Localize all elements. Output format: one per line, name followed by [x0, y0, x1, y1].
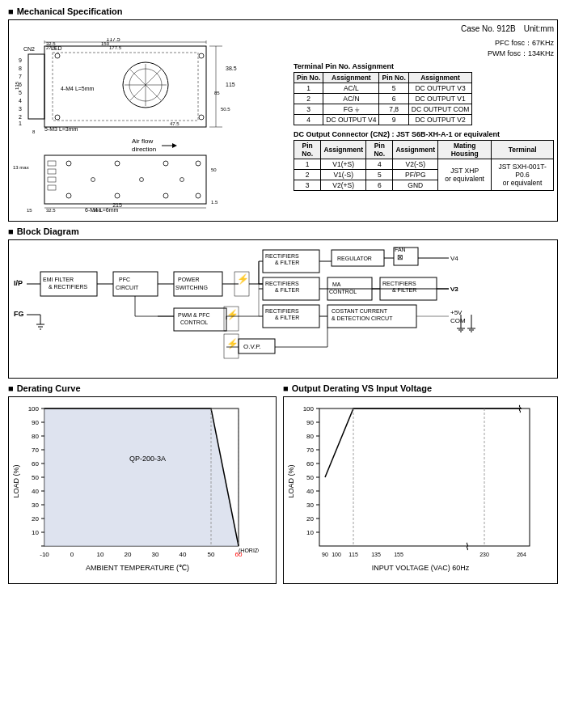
case-info: Case No. 912B Unit:mm [12, 23, 554, 35]
svg-text:32.5: 32.5 [46, 208, 56, 213]
svg-text:REGULATOR: REGULATOR [337, 256, 372, 261]
svg-text:40: 40 [180, 551, 187, 558]
svg-text:FG: FG [14, 310, 24, 318]
svg-text:POWER: POWER [178, 277, 199, 282]
mech-drawing: 9 8 7 6 5 4 3 2 1 CN2 LED [12, 38, 287, 218]
svg-text:47.5: 47.5 [170, 121, 180, 126]
svg-text:& FILTER: & FILTER [275, 287, 299, 293]
svg-text:& FILTER: & FILTER [275, 260, 299, 265]
svg-text:10: 10 [306, 529, 314, 536]
svg-text:4: 4 [19, 98, 22, 104]
svg-text:4-M4 L=5mm: 4-M4 L=5mm [61, 86, 95, 91]
svg-point-56 [196, 161, 201, 166]
svg-text:CONTROL: CONTROL [180, 320, 208, 325]
dc-connector-row: 1V1(+S)4V2(-S)JST XHP or equivalentJST S… [294, 159, 554, 170]
svg-text:1.5: 1.5 [211, 200, 218, 205]
svg-text:FAN: FAN [395, 247, 406, 252]
svg-text:177.5: 177.5 [109, 45, 122, 50]
terminal-row: 1AC/L5DC OUTPUT V3 [294, 83, 472, 94]
svg-text:RECTIFIERS: RECTIFIERS [265, 253, 299, 259]
svg-text:264: 264 [517, 552, 526, 557]
svg-text:9: 9 [19, 57, 22, 63]
svg-text:PWM & PFC: PWM & PFC [178, 312, 210, 318]
svg-point-58 [115, 193, 120, 198]
svg-text:1: 1 [19, 121, 22, 126]
svg-text:10: 10 [32, 529, 39, 536]
svg-point-54 [115, 161, 120, 166]
svg-text:& FILTER: & FILTER [392, 287, 416, 293]
page: Mechanical Specification Case No. 912B U… [0, 0, 566, 590]
svg-text:135: 135 [15, 81, 19, 90]
svg-text:50: 50 [306, 474, 314, 481]
svg-text:90: 90 [32, 419, 39, 426]
mech-top: 9 8 7 6 5 4 3 2 1 CN2 LED [12, 38, 554, 218]
block-diagram-header: Block Diagram [8, 226, 558, 236]
svg-rect-89 [174, 272, 222, 296]
dc-connector-title: DC Output Connector (CN2) : JST S6B-XH-A… [294, 130, 554, 138]
svg-text:COSTANT CURRENT: COSTANT CURRENT [332, 308, 388, 314]
svg-text:⚡: ⚡ [226, 308, 239, 320]
svg-point-63 [180, 178, 184, 182]
svg-text:⌇: ⌇ [517, 404, 522, 415]
derating-left: Derating Curve LOAD (%) 100 90 80 [8, 383, 277, 584]
svg-point-8 [55, 53, 60, 58]
svg-point-61 [91, 178, 95, 182]
derating-curve-header: Derating Curve [8, 383, 277, 393]
derating-curve-section: LOAD (%) 100 90 80 70 60 50 40 [8, 396, 277, 584]
block-diagram-svg: I/P FG EMI FILTER & RECTIFIERS PFC CIRCU… [12, 243, 560, 373]
svg-text:& FILTER: & FILTER [275, 315, 299, 320]
svg-text:(HORIZONTAL): (HORIZONTAL) [239, 548, 259, 554]
svg-text:80: 80 [32, 433, 39, 440]
mech-spec-section: Case No. 912B Unit:mm [8, 19, 558, 222]
derating-curve-svg: LOAD (%) 100 90 80 70 60 50 40 [12, 400, 259, 578]
svg-text:6-M4 L=6mm: 6-M4 L=6mm [85, 207, 119, 213]
svg-text:50: 50 [32, 474, 39, 481]
svg-text:60: 60 [32, 460, 39, 468]
svg-text:8: 8 [32, 129, 36, 134]
terminal-row: 4DC OUTPUT V49DC OUTPUT V2 [294, 115, 472, 125]
svg-text:90: 90 [306, 419, 314, 426]
svg-text:⚡: ⚡ [237, 273, 249, 285]
svg-point-59 [163, 193, 168, 198]
svg-text:5: 5 [19, 90, 22, 95]
svg-text:30: 30 [32, 502, 39, 509]
svg-text:115: 115 [348, 552, 358, 557]
svg-text:27.5: 27.5 [46, 45, 56, 50]
svg-text:40: 40 [32, 488, 39, 495]
svg-rect-50 [48, 169, 56, 174]
svg-text:60: 60 [306, 460, 314, 468]
svg-text:direction: direction [132, 146, 156, 153]
svg-text:40: 40 [306, 488, 314, 495]
svg-text:RECTIFIERS: RECTIFIERS [265, 308, 299, 314]
svg-text:0: 0 [70, 551, 74, 558]
svg-text:135: 135 [371, 552, 381, 557]
svg-rect-85 [113, 272, 158, 296]
svg-text:70: 70 [32, 447, 39, 454]
mech-tables: PFC fosc：67KHz PWM fosc：134KHz Terminal … [294, 38, 554, 218]
svg-text:⚡: ⚡ [226, 337, 239, 349]
svg-text:50.5: 50.5 [221, 107, 230, 112]
svg-text:100: 100 [303, 405, 315, 413]
svg-text:COM: COM [450, 317, 466, 324]
svg-text:-10: -10 [40, 551, 49, 558]
svg-text:⊠: ⊠ [397, 253, 403, 261]
mech-spec-header: Mechanical Specification [8, 6, 558, 16]
svg-text:70: 70 [306, 447, 314, 454]
svg-text:100: 100 [28, 405, 40, 413]
svg-point-11 [199, 115, 204, 120]
terminal-table-title: Terminal Pin No. Assignment [294, 62, 554, 70]
block-diagram-section: I/P FG EMI FILTER & RECTIFIERS PFC CIRCU… [8, 239, 558, 379]
svg-text:CN2: CN2 [23, 46, 35, 52]
mech-svg: 9 8 7 6 5 4 3 2 1 CN2 LED [12, 38, 287, 216]
svg-marker-47 [172, 143, 177, 148]
svg-text:2: 2 [19, 114, 22, 120]
svg-text:CIRCUIT: CIRCUIT [116, 285, 139, 290]
svg-text:15: 15 [27, 208, 32, 213]
svg-point-9 [199, 53, 204, 58]
svg-text:8: 8 [19, 66, 22, 71]
svg-text:& DETECTION CIRCUT: & DETECTION CIRCUT [332, 315, 393, 321]
svg-rect-52 [48, 185, 56, 190]
terminal-row: 3FG ⏚7,8DC OUTPUT COM [294, 104, 472, 115]
svg-text:RECTIFIERS: RECTIFIERS [382, 281, 416, 286]
svg-text:20: 20 [306, 515, 314, 523]
